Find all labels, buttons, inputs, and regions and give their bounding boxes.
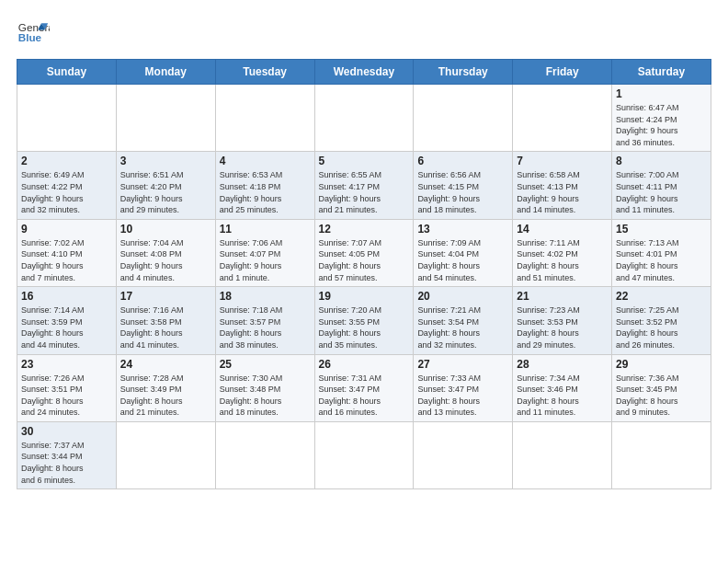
day-info: Sunrise: 7:14 AM Sunset: 3:59 PM Dayligh… bbox=[21, 304, 112, 350]
calendar-cell: 5Sunrise: 6:55 AM Sunset: 4:17 PM Daylig… bbox=[314, 152, 414, 219]
calendar-cell: 2Sunrise: 6:49 AM Sunset: 4:22 PM Daylig… bbox=[17, 152, 117, 219]
weekday-header-monday: Monday bbox=[116, 60, 215, 85]
day-number: 27 bbox=[417, 358, 508, 371]
calendar-cell: 25Sunrise: 7:30 AM Sunset: 3:48 PM Dayli… bbox=[215, 354, 314, 421]
calendar-week-row: 30Sunrise: 7:37 AM Sunset: 3:44 PM Dayli… bbox=[17, 421, 711, 488]
calendar-cell bbox=[116, 85, 215, 152]
calendar-week-row: 1Sunrise: 6:47 AM Sunset: 4:24 PM Daylig… bbox=[17, 85, 711, 152]
calendar-cell bbox=[215, 85, 314, 152]
day-number: 8 bbox=[616, 155, 707, 167]
calendar-week-row: 23Sunrise: 7:26 AM Sunset: 3:51 PM Dayli… bbox=[17, 354, 711, 421]
day-info: Sunrise: 7:33 AM Sunset: 3:47 PM Dayligh… bbox=[417, 373, 508, 419]
header: General Blue bbox=[17, 17, 711, 50]
day-info: Sunrise: 7:09 AM Sunset: 4:04 PM Dayligh… bbox=[417, 237, 508, 283]
day-number: 12 bbox=[319, 223, 410, 236]
day-info: Sunrise: 7:21 AM Sunset: 3:54 PM Dayligh… bbox=[417, 304, 508, 350]
day-info: Sunrise: 7:16 AM Sunset: 3:58 PM Dayligh… bbox=[120, 304, 211, 350]
day-info: Sunrise: 6:49 AM Sunset: 4:22 PM Dayligh… bbox=[21, 169, 112, 215]
logo: General Blue bbox=[17, 17, 50, 50]
day-info: Sunrise: 7:34 AM Sunset: 3:46 PM Dayligh… bbox=[517, 373, 608, 419]
calendar-cell: 15Sunrise: 7:13 AM Sunset: 4:01 PM Dayli… bbox=[612, 219, 711, 286]
day-number: 22 bbox=[616, 290, 707, 303]
day-number: 19 bbox=[319, 290, 410, 303]
calendar-cell: 29Sunrise: 7:36 AM Sunset: 3:45 PM Dayli… bbox=[612, 354, 711, 421]
day-number: 5 bbox=[319, 155, 410, 167]
day-info: Sunrise: 7:23 AM Sunset: 3:53 PM Dayligh… bbox=[517, 304, 608, 350]
day-number: 30 bbox=[21, 425, 112, 438]
day-info: Sunrise: 7:07 AM Sunset: 4:05 PM Dayligh… bbox=[319, 237, 410, 283]
calendar-cell: 17Sunrise: 7:16 AM Sunset: 3:58 PM Dayli… bbox=[116, 287, 215, 354]
calendar-cell: 3Sunrise: 6:51 AM Sunset: 4:20 PM Daylig… bbox=[116, 152, 215, 219]
day-number: 18 bbox=[220, 290, 311, 303]
day-info: Sunrise: 7:30 AM Sunset: 3:48 PM Dayligh… bbox=[220, 373, 311, 419]
calendar-cell: 9Sunrise: 7:02 AM Sunset: 4:10 PM Daylig… bbox=[17, 219, 117, 286]
calendar-week-row: 2Sunrise: 6:49 AM Sunset: 4:22 PM Daylig… bbox=[17, 152, 711, 219]
day-info: Sunrise: 7:00 AM Sunset: 4:11 PM Dayligh… bbox=[616, 169, 707, 215]
day-number: 16 bbox=[21, 290, 112, 303]
day-number: 11 bbox=[220, 223, 311, 236]
day-number: 29 bbox=[616, 358, 707, 371]
day-info: Sunrise: 6:47 AM Sunset: 4:24 PM Dayligh… bbox=[616, 102, 707, 148]
calendar-cell: 16Sunrise: 7:14 AM Sunset: 3:59 PM Dayli… bbox=[17, 287, 117, 354]
day-number: 20 bbox=[417, 290, 508, 303]
calendar-cell: 6Sunrise: 6:56 AM Sunset: 4:15 PM Daylig… bbox=[414, 152, 513, 219]
day-number: 15 bbox=[616, 223, 707, 236]
calendar-cell: 14Sunrise: 7:11 AM Sunset: 4:02 PM Dayli… bbox=[513, 219, 612, 286]
calendar-cell: 4Sunrise: 6:53 AM Sunset: 4:18 PM Daylig… bbox=[215, 152, 314, 219]
calendar-cell: 26Sunrise: 7:31 AM Sunset: 3:47 PM Dayli… bbox=[314, 354, 414, 421]
day-info: Sunrise: 7:31 AM Sunset: 3:47 PM Dayligh… bbox=[319, 373, 410, 419]
calendar-cell: 27Sunrise: 7:33 AM Sunset: 3:47 PM Dayli… bbox=[414, 354, 513, 421]
day-info: Sunrise: 7:28 AM Sunset: 3:49 PM Dayligh… bbox=[120, 373, 211, 419]
svg-text:Blue: Blue bbox=[18, 31, 42, 43]
day-info: Sunrise: 7:13 AM Sunset: 4:01 PM Dayligh… bbox=[616, 237, 707, 283]
calendar-cell: 21Sunrise: 7:23 AM Sunset: 3:53 PM Dayli… bbox=[513, 287, 612, 354]
day-number: 17 bbox=[120, 290, 211, 303]
calendar-cell: 22Sunrise: 7:25 AM Sunset: 3:52 PM Dayli… bbox=[612, 287, 711, 354]
calendar-cell: 28Sunrise: 7:34 AM Sunset: 3:46 PM Dayli… bbox=[513, 354, 612, 421]
day-number: 1 bbox=[616, 87, 707, 100]
calendar-cell: 10Sunrise: 7:04 AM Sunset: 4:08 PM Dayli… bbox=[116, 219, 215, 286]
generalblue-logo-icon: General Blue bbox=[17, 17, 50, 50]
weekday-header-tuesday: Tuesday bbox=[215, 60, 314, 85]
calendar-week-row: 9Sunrise: 7:02 AM Sunset: 4:10 PM Daylig… bbox=[17, 219, 711, 286]
calendar-cell: 12Sunrise: 7:07 AM Sunset: 4:05 PM Dayli… bbox=[314, 219, 414, 286]
calendar-cell: 19Sunrise: 7:20 AM Sunset: 3:55 PM Dayli… bbox=[314, 287, 414, 354]
calendar-cell: 11Sunrise: 7:06 AM Sunset: 4:07 PM Dayli… bbox=[215, 219, 314, 286]
day-info: Sunrise: 6:51 AM Sunset: 4:20 PM Dayligh… bbox=[120, 169, 211, 215]
calendar-cell bbox=[513, 421, 612, 488]
calendar-table: SundayMondayTuesdayWednesdayThursdayFrid… bbox=[17, 59, 711, 489]
day-info: Sunrise: 7:26 AM Sunset: 3:51 PM Dayligh… bbox=[21, 373, 112, 419]
day-number: 10 bbox=[120, 223, 211, 236]
day-info: Sunrise: 7:04 AM Sunset: 4:08 PM Dayligh… bbox=[120, 237, 211, 283]
calendar-cell bbox=[215, 421, 314, 488]
day-info: Sunrise: 7:37 AM Sunset: 3:44 PM Dayligh… bbox=[21, 440, 112, 486]
weekday-header-saturday: Saturday bbox=[612, 60, 711, 85]
calendar-cell: 24Sunrise: 7:28 AM Sunset: 3:49 PM Dayli… bbox=[116, 354, 215, 421]
weekday-header-wednesday: Wednesday bbox=[314, 60, 414, 85]
calendar-cell: 23Sunrise: 7:26 AM Sunset: 3:51 PM Dayli… bbox=[17, 354, 117, 421]
calendar-cell: 8Sunrise: 7:00 AM Sunset: 4:11 PM Daylig… bbox=[612, 152, 711, 219]
calendar-cell: 30Sunrise: 7:37 AM Sunset: 3:44 PM Dayli… bbox=[17, 421, 117, 488]
weekday-row: SundayMondayTuesdayWednesdayThursdayFrid… bbox=[17, 60, 711, 85]
day-number: 14 bbox=[517, 223, 608, 236]
day-number: 2 bbox=[21, 155, 112, 167]
day-number: 6 bbox=[417, 155, 508, 167]
day-info: Sunrise: 7:18 AM Sunset: 3:57 PM Dayligh… bbox=[220, 304, 311, 350]
day-info: Sunrise: 7:11 AM Sunset: 4:02 PM Dayligh… bbox=[517, 237, 608, 283]
calendar-cell bbox=[314, 85, 414, 152]
day-info: Sunrise: 7:20 AM Sunset: 3:55 PM Dayligh… bbox=[319, 304, 410, 350]
day-info: Sunrise: 7:02 AM Sunset: 4:10 PM Dayligh… bbox=[21, 237, 112, 283]
day-number: 23 bbox=[21, 358, 112, 371]
day-info: Sunrise: 7:06 AM Sunset: 4:07 PM Dayligh… bbox=[220, 237, 311, 283]
day-number: 9 bbox=[21, 223, 112, 236]
calendar-cell bbox=[116, 421, 215, 488]
day-number: 13 bbox=[417, 223, 508, 236]
day-info: Sunrise: 6:53 AM Sunset: 4:18 PM Dayligh… bbox=[220, 169, 311, 215]
calendar-cell: 13Sunrise: 7:09 AM Sunset: 4:04 PM Dayli… bbox=[414, 219, 513, 286]
day-info: Sunrise: 6:56 AM Sunset: 4:15 PM Dayligh… bbox=[417, 169, 508, 215]
day-number: 7 bbox=[517, 155, 608, 167]
calendar-cell bbox=[17, 85, 117, 152]
day-number: 4 bbox=[220, 155, 311, 167]
day-info: Sunrise: 6:58 AM Sunset: 4:13 PM Dayligh… bbox=[517, 169, 608, 215]
weekday-header-thursday: Thursday bbox=[414, 60, 513, 85]
